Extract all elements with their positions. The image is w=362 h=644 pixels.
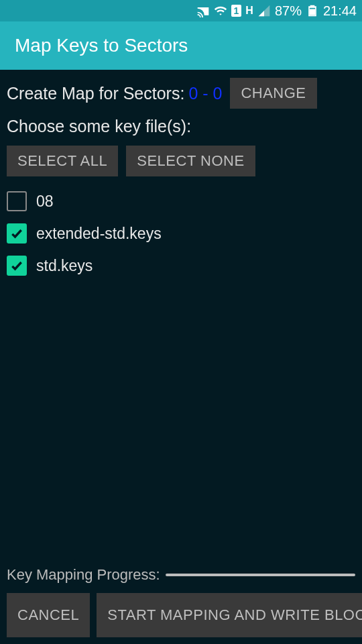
network-type-icon: H: [245, 5, 253, 17]
select-none-button[interactable]: SELECT NONE: [126, 146, 255, 176]
battery-pct: 87%: [275, 3, 302, 19]
key-file-label: 08: [36, 193, 54, 211]
list-item[interactable]: 08: [7, 191, 355, 211]
cast-icon: [196, 4, 210, 17]
sector-range-label: Create Map for Sectors:: [7, 84, 184, 103]
main-content: Create Map for Sectors: 0 - 0 CHANGE Cho…: [0, 70, 362, 644]
checkmark-icon: [10, 259, 23, 272]
sector-range-value: 0 - 0: [188, 84, 222, 103]
page-title: Map Keys to Sectors: [15, 35, 188, 56]
signal-icon: [257, 4, 271, 17]
sim-indicator-icon: 1: [231, 5, 242, 17]
cancel-button[interactable]: CANCEL: [7, 593, 90, 637]
app-bar: Map Keys to Sectors: [0, 21, 362, 70]
progress-bar: [166, 574, 355, 576]
choose-key-files-label: Choose some key file(s):: [7, 117, 355, 136]
progress-row: Key Mapping Progress:: [7, 566, 355, 584]
key-file-list: 08extended-std.keysstd.keys: [7, 191, 355, 276]
sector-range-row: Create Map for Sectors: 0 - 0 CHANGE: [7, 78, 355, 109]
change-button[interactable]: CHANGE: [230, 78, 316, 109]
list-item[interactable]: extended-std.keys: [7, 223, 355, 244]
key-file-label: std.keys: [36, 257, 93, 275]
start-mapping-button[interactable]: START MAPPING AND WRITE BLOCK: [97, 593, 362, 637]
status-bar: 1 H 87% 21:44: [0, 0, 362, 21]
battery-icon: [306, 4, 319, 17]
select-all-button[interactable]: SELECT ALL: [7, 146, 118, 176]
key-file-label: extended-std.keys: [36, 225, 162, 243]
checkmark-icon: [10, 227, 23, 240]
selection-buttons-row: SELECT ALL SELECT NONE: [7, 146, 355, 176]
progress-label: Key Mapping Progress:: [7, 566, 160, 584]
clock: 21:44: [323, 3, 357, 19]
bottom-buttons: CANCEL START MAPPING AND WRITE BLOCK: [7, 593, 355, 644]
checkbox[interactable]: [7, 223, 27, 244]
status-icons: 1 H: [196, 4, 271, 17]
checkbox[interactable]: [7, 191, 27, 211]
wifi-icon: [214, 4, 227, 17]
checkbox[interactable]: [7, 256, 27, 276]
list-item[interactable]: std.keys: [7, 256, 355, 276]
